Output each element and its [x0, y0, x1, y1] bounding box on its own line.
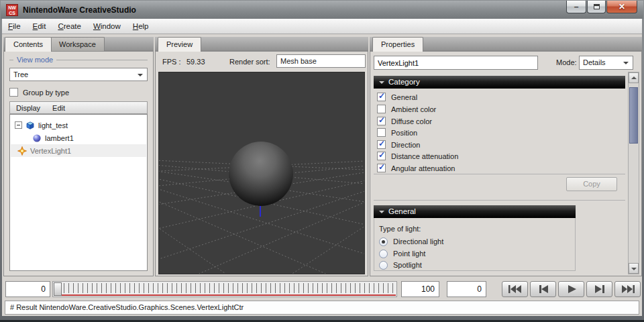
chevron-down-icon: [623, 62, 629, 64]
mode-label: Mode:: [556, 58, 577, 66]
properties-scrollbar[interactable]: [628, 72, 639, 274]
preview-panel: FPS : 59.33 Render sort: Mesh base: [155, 51, 368, 276]
play-icon: [564, 284, 580, 294]
tab-preview[interactable]: Preview: [158, 37, 201, 52]
mode-select[interactable]: Details: [579, 56, 633, 70]
radio-icon[interactable]: [379, 250, 388, 258]
category-checkbox-position[interactable]: ✓ Position: [377, 127, 417, 138]
category-checkbox-general[interactable]: ✓ General: [377, 92, 417, 102]
app-logo-icon: NW CS: [6, 4, 18, 16]
axis-indicator: [260, 206, 261, 217]
end-frame-field[interactable]: [401, 281, 439, 297]
check-icon: ✓: [378, 139, 385, 148]
copy-button[interactable]: Copy: [566, 177, 617, 191]
timeline-slider[interactable]: [52, 281, 397, 297]
preview-tab-strip: Preview: [155, 37, 368, 51]
checkbox[interactable]: ✓: [9, 88, 18, 97]
triangle-up-icon: [631, 76, 637, 79]
properties-panel: Mode: Details Category ✓ General ✓ Ambie…: [370, 51, 642, 276]
object-name-field[interactable]: [374, 56, 538, 70]
checkbox[interactable]: ✓: [377, 128, 386, 137]
properties-tab-strip: Properties: [370, 37, 642, 51]
radio-icon[interactable]: [379, 261, 388, 270]
tree-item-lambert1[interactable]: lambert1: [11, 131, 146, 144]
radio-icon[interactable]: [379, 237, 388, 246]
minimize-button[interactable]: –: [566, 1, 586, 13]
tree-item-label: light_test: [38, 121, 68, 129]
step-forward-button[interactable]: [586, 281, 612, 297]
checkbox[interactable]: ✓: [377, 93, 386, 101]
tree-menu-display[interactable]: Display: [10, 103, 46, 113]
contents-panel: View mode Tree ✓ Group by type Display E…: [3, 51, 154, 276]
check-icon: ✓: [378, 162, 385, 172]
app-window: NW CS NintendoWare CreativeStudio – ✕ Fi…: [0, 0, 644, 322]
fps-value: 59.33: [186, 58, 205, 66]
render-sort-label: Render sort:: [229, 58, 270, 66]
menu-help[interactable]: Help: [127, 19, 155, 33]
3d-viewport[interactable]: [158, 72, 365, 274]
tree-menu-edit[interactable]: Edit: [46, 103, 71, 113]
maximize-button[interactable]: [587, 1, 606, 13]
separator: [374, 200, 625, 201]
scrollbar-thumb[interactable]: [629, 87, 638, 144]
menu-file[interactable]: File: [2, 19, 27, 33]
tab-properties[interactable]: Properties: [372, 37, 423, 52]
status-bar: # Result NintendoWare.CreativeStudio.Gra…: [5, 301, 639, 315]
view-mode-select[interactable]: Tree: [9, 68, 148, 81]
go-to-end-button[interactable]: [614, 281, 641, 297]
category-checkbox-direction[interactable]: ✓ Direction: [377, 140, 420, 150]
scroll-down-button[interactable]: [629, 263, 639, 274]
timeline-ticks: [64, 283, 395, 293]
tab-contents[interactable]: Contents: [5, 37, 52, 52]
checkbox[interactable]: ✓: [377, 152, 386, 160]
scroll-up-button[interactable]: [629, 72, 639, 83]
menu-bar: File Edit Create Window Help: [2, 19, 642, 34]
close-button[interactable]: ✕: [606, 1, 637, 13]
menu-edit[interactable]: Edit: [27, 19, 52, 33]
category-checkbox-diffuse-color[interactable]: ✓ Diffuse color: [377, 116, 432, 126]
step-forward-icon: [592, 284, 608, 294]
tab-workspace[interactable]: Workspace: [50, 37, 105, 51]
chevron-down-icon: [138, 74, 143, 76]
group-by-type-checkbox[interactable]: ✓ Group by type: [9, 88, 69, 97]
check-icon: ✓: [378, 150, 385, 160]
tree-toolbar: Display Edit: [9, 101, 148, 114]
tree-item-light-test[interactable]: light_test: [11, 119, 146, 131]
tree-item-vertexlight1[interactable]: VertexLight1: [11, 144, 146, 157]
maximize-icon: [594, 4, 600, 9]
checkbox[interactable]: ✓: [377, 105, 386, 113]
checkbox[interactable]: ✓: [377, 164, 386, 172]
step-backward-button[interactable]: [530, 281, 556, 297]
step-backward-icon: [535, 284, 551, 294]
preview-toolbar: FPS : 59.33 Render sort: Mesh base: [156, 52, 368, 71]
category-checkbox-distance-attenuation[interactable]: ✓ Distance attenuation: [377, 151, 458, 161]
category-checkbox-angular-attenuation[interactable]: ✓ Angular attenuation: [377, 163, 455, 173]
category-section-header[interactable]: Category: [374, 76, 625, 89]
frame-step-field[interactable]: [447, 281, 486, 297]
radio-point-light[interactable]: Point light: [379, 249, 425, 258]
general-section-header[interactable]: General: [374, 205, 576, 218]
window-title: NintendoWare CreativeStudio: [23, 5, 136, 15]
cube-icon: [25, 121, 35, 130]
go-to-start-button[interactable]: [502, 281, 528, 297]
material-sphere-icon: [32, 133, 42, 143]
play-button[interactable]: [558, 281, 584, 297]
go-to-start-icon: [507, 284, 523, 294]
sphere-model: [229, 142, 293, 206]
general-section: General Type of light: Directional light…: [374, 205, 576, 271]
category-checkbox-ambient-color[interactable]: ✓ Ambient color: [377, 104, 436, 114]
radio-spotlight[interactable]: Spotlight: [379, 260, 422, 270]
render-sort-select[interactable]: Mesh base: [276, 54, 366, 68]
checkbox[interactable]: ✓: [377, 140, 386, 149]
menu-window[interactable]: Window: [87, 19, 127, 33]
timeline-slider-handle[interactable]: [54, 282, 62, 296]
timeline-range-bar: [54, 294, 396, 296]
title-bar: NW CS NintendoWare CreativeStudio – ✕: [1, 1, 643, 19]
collapse-icon[interactable]: [15, 121, 22, 129]
close-icon: ✕: [619, 2, 625, 11]
menu-create[interactable]: Create: [52, 19, 87, 33]
current-frame-field[interactable]: [5, 281, 50, 297]
radio-directional-light[interactable]: Directional light: [379, 237, 443, 246]
checkbox[interactable]: ✓: [377, 117, 386, 125]
tree-item-label: lambert1: [45, 134, 74, 142]
